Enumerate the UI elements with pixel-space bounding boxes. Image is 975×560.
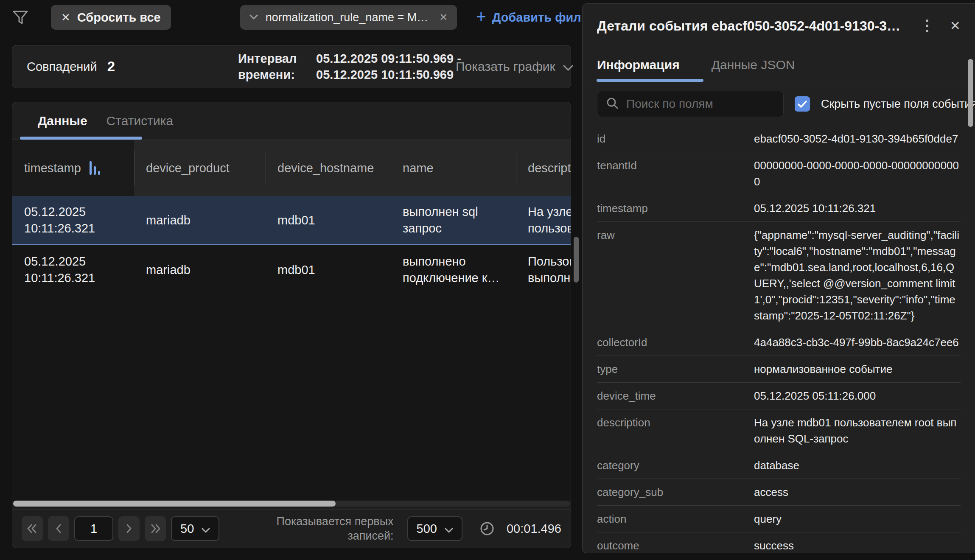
filter-bar: ✕ Сбросить все normalization_rule_name =…	[11, 5, 601, 30]
field-key: tenantId	[597, 152, 754, 195]
field-value: 05.12.2025 10:11:26.321	[754, 195, 961, 221]
field-row: collectorId4a4a88c3-cb3c-497f-99bb-8ac9a…	[597, 329, 961, 356]
matches-panel: Совпадений 2 Интервал времени: 05.12.202…	[12, 45, 571, 88]
page-number-input[interactable]	[74, 516, 113, 541]
interval-values: 05.12.2025 09:11:50.969 - 05.12.2025 10:…	[316, 50, 461, 83]
table-cell: 05.12.202510:11:26.321	[12, 196, 134, 244]
field-value: query	[754, 506, 961, 532]
field-value: access	[754, 479, 961, 505]
reset-all-label: Сбросить все	[77, 11, 161, 25]
query-elapsed-time: 00:01.496	[507, 522, 561, 536]
field-row: timestamp05.12.2025 10:11:26.321	[597, 195, 961, 222]
tab-json-data[interactable]: Данные JSON	[712, 58, 795, 72]
field-value: 05.12.2025 05:11:26.000	[754, 383, 961, 409]
field-key: collectorId	[597, 329, 754, 356]
field-key: action	[597, 506, 754, 532]
horizontal-scrollbar-thumb[interactable]	[13, 501, 336, 507]
table-row[interactable]: 05.12.202510:11:26.321mariadbmdb01выполн…	[12, 245, 571, 294]
table-vertical-scrollbar-thumb[interactable]	[574, 237, 579, 283]
field-value: 4a4a88c3-cb3c-497f-99bb-8ac9a24c7ee6	[754, 329, 961, 356]
field-value: database	[754, 452, 961, 479]
hide-empty-fields-label: Скрыть пустые поля события	[821, 98, 975, 111]
field-key: id	[597, 126, 754, 152]
tab-statistics[interactable]: Статистика	[106, 114, 174, 128]
last-page-button[interactable]	[145, 516, 166, 541]
next-page-button[interactable]	[118, 516, 140, 541]
interval-from: 05.12.2025 09:11:50.969 -	[316, 50, 461, 67]
results-tabs: Данные Статистика	[12, 102, 571, 140]
event-fields-list: idebacf050-3052-4d01-9130-394b65f0dde7te…	[583, 126, 975, 553]
table-header: timestampdevice_productdevice_hostnamena…	[12, 140, 571, 196]
plus-icon: +	[476, 8, 486, 25]
horizontal-scrollbar[interactable]	[13, 501, 570, 507]
table-cell: mariadb	[134, 245, 266, 294]
field-row: idebacf050-3052-4d01-9130-394b65f0dde7	[597, 126, 961, 152]
table-cell: выполнен sqlзапрос	[391, 196, 516, 244]
interval-to: 05.12.2025 10:11:50.969	[316, 67, 461, 83]
filter-funnel-icon	[11, 8, 30, 27]
details-tabs: Информация Данные JSON	[583, 48, 975, 82]
field-search-input[interactable]	[625, 97, 775, 111]
column-header-label: device_product	[146, 161, 230, 175]
filter-chip-label: normalization_rule_name = M…	[266, 11, 428, 24]
chevron-down-icon	[445, 522, 453, 536]
page-size-value: 50	[180, 522, 194, 536]
table-cell: 05.12.202510:11:26.321	[12, 245, 134, 294]
show-chart-toggle[interactable]: Показать график	[456, 59, 573, 74]
field-row: category_subaccess	[597, 479, 961, 506]
active-tab-underline	[20, 137, 142, 140]
field-value: success	[754, 532, 961, 553]
field-value: На узле mdb01 пользователем root выполне…	[754, 409, 961, 452]
details-title: Детали события ebacf050-3052-4d01-9130-3…	[597, 18, 915, 34]
chevron-down-icon	[563, 59, 573, 74]
matches-summary: Совпадений 2	[27, 45, 115, 88]
field-search-box[interactable]	[597, 91, 784, 117]
field-key: category_sub	[597, 479, 754, 505]
table-cell: На узлепользов	[516, 196, 571, 244]
table-row[interactable]: 05.12.202510:11:26.321mariadbmdb01выполн…	[12, 196, 571, 245]
table-cell: выполненоподключение к…	[391, 245, 516, 294]
field-key: outcome	[597, 532, 754, 553]
hide-empty-fields-checkbox[interactable]	[795, 96, 810, 112]
column-header-label: timestamp	[24, 161, 81, 175]
field-row: descriptionНа узле mdb01 пользователем r…	[597, 409, 961, 452]
table-cell: mariadb	[134, 196, 266, 244]
field-key: description	[597, 409, 754, 452]
page-size-select[interactable]: 50	[171, 516, 219, 541]
sort-descending-icon[interactable]	[90, 161, 100, 175]
details-header: Детали события ebacf050-3052-4d01-9130-3…	[583, 4, 975, 48]
event-details-panel: Детали события ebacf050-3052-4d01-9130-3…	[582, 3, 975, 553]
field-row: device_time05.12.2025 05:11:26.000	[597, 383, 961, 409]
record-limit-select[interactable]: 500	[407, 516, 462, 541]
column-header-label: device_hostname	[277, 161, 374, 175]
column-header-device_product[interactable]: device_product	[134, 140, 266, 196]
show-chart-label: Показать график	[456, 59, 555, 74]
column-header-timestamp[interactable]: timestamp	[12, 140, 134, 196]
table-cell: Пользоввыполни	[516, 245, 571, 294]
column-header-label: name	[403, 161, 434, 175]
filter-chip[interactable]: normalization_rule_name = M… ✕	[240, 5, 457, 30]
close-icon[interactable]: ✕	[950, 20, 961, 32]
field-value: ebacf050-3052-4d01-9130-394b65f0dde7	[754, 126, 961, 152]
prev-page-button[interactable]	[48, 516, 69, 541]
column-header-device_hostname[interactable]: device_hostname	[266, 140, 391, 196]
column-header-description[interactable]: description	[516, 140, 571, 196]
search-icon	[606, 97, 619, 111]
reset-all-filters-button[interactable]: ✕ Сбросить все	[51, 5, 171, 30]
field-key: type	[597, 356, 754, 382]
field-value: 00000000-0000-0000-0000-000000000000	[754, 152, 961, 195]
tab-information[interactable]: Информация	[597, 58, 680, 72]
field-value: нормализованное событие	[754, 356, 961, 382]
remove-filter-icon[interactable]: ✕	[439, 12, 448, 22]
pagination-bar: 50 Показывается первых записей: 500 00:0…	[12, 509, 571, 548]
matches-count: 2	[107, 59, 115, 75]
details-scrollbar-thumb[interactable]	[968, 59, 973, 127]
tab-data[interactable]: Данные	[38, 114, 87, 128]
record-limit-value: 500	[417, 522, 437, 536]
showing-records-label: Показывается первых записей:	[277, 514, 394, 543]
chevron-down-icon	[249, 14, 258, 21]
first-page-button[interactable]	[22, 516, 43, 541]
more-options-icon[interactable]	[919, 20, 935, 32]
table-body: 05.12.202510:11:26.321mariadbmdb01выполн…	[12, 196, 571, 501]
column-header-name[interactable]: name	[391, 140, 516, 196]
